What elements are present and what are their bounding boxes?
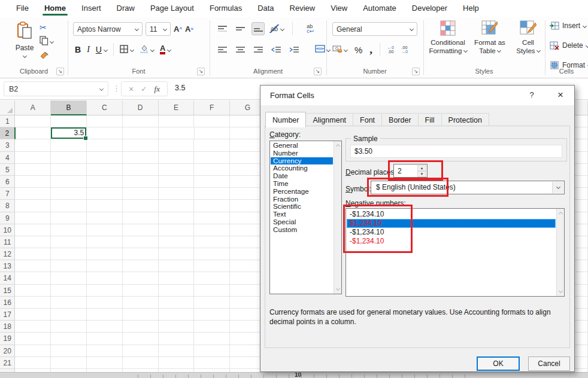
cell-D16[interactable]	[123, 297, 159, 309]
cell-C18[interactable]	[87, 321, 123, 333]
cell-A17[interactable]	[15, 309, 51, 321]
row-header-20[interactable]: 20	[0, 345, 15, 357]
cell-A1[interactable]	[15, 115, 51, 127]
row-header-3[interactable]: 3	[0, 139, 15, 151]
symbol-combo[interactable]: $ English (United States)	[371, 181, 565, 194]
row-header-19[interactable]: 19	[0, 333, 15, 345]
accounting-format-button[interactable]	[332, 45, 347, 55]
cell-C14[interactable]	[87, 272, 123, 284]
cancel-button[interactable]: Cancel	[528, 356, 570, 371]
ok-button[interactable]: OK	[477, 356, 520, 371]
bottom-align-button[interactable]	[251, 22, 265, 35]
number-format-combo[interactable]: General	[332, 22, 417, 36]
font-size-combo[interactable]: 11	[146, 22, 171, 36]
top-align-button[interactable]	[216, 22, 229, 35]
name-box-chevron[interactable]	[99, 87, 104, 91]
cell-C8[interactable]	[87, 200, 123, 212]
cell-D20[interactable]	[123, 345, 159, 357]
cell-B3[interactable]	[51, 139, 87, 151]
menu-tab-file[interactable]: File	[8, 0, 37, 17]
cell-A4[interactable]	[15, 152, 51, 164]
cell-D7[interactable]	[123, 188, 159, 200]
category-list[interactable]: General Number Currency Accounting Date …	[269, 141, 342, 294]
row-header-6[interactable]: 6	[0, 176, 15, 188]
cell-D8[interactable]	[123, 200, 159, 212]
name-box[interactable]: B2	[4, 81, 108, 96]
negative-option-4[interactable]: -$1,234.10	[347, 237, 556, 246]
fill-color-chevron[interactable]	[150, 47, 154, 51]
cell-A7[interactable]	[15, 188, 51, 200]
cell-B8[interactable]	[51, 200, 87, 212]
cell-A6[interactable]	[15, 176, 51, 188]
negative-option-2-selected[interactable]: $1,234.10	[347, 219, 556, 228]
spin-down-icon[interactable]: ▼	[417, 171, 426, 177]
formula-bar-grip[interactable]: ⋮	[113, 84, 120, 93]
category-percentage[interactable]: Percentage	[271, 188, 333, 196]
increase-font-button[interactable]: A^	[174, 25, 182, 33]
row-header-17[interactable]: 17	[0, 309, 15, 321]
row-header-16[interactable]: 16	[0, 297, 15, 309]
cell-C12[interactable]	[87, 248, 123, 260]
category-time[interactable]: Time	[271, 180, 333, 188]
cell-F8[interactable]	[194, 200, 230, 212]
fill-color-button[interactable]	[140, 44, 154, 55]
insert-cells-button[interactable]: Insert	[550, 22, 586, 30]
row-header-8[interactable]: 8	[0, 200, 15, 212]
cell-E13[interactable]	[159, 260, 195, 272]
cell-A2[interactable]	[16, 127, 51, 139]
cell-D6[interactable]	[123, 176, 159, 188]
cell-E19[interactable]	[159, 333, 195, 345]
cell-B18[interactable]	[51, 321, 87, 333]
orientation-button[interactable]: ab	[269, 25, 284, 33]
cell-B19[interactable]	[51, 333, 87, 345]
cell-F1[interactable]	[194, 115, 230, 127]
italic-button[interactable]: I	[87, 45, 90, 54]
cell-D5[interactable]	[123, 164, 159, 176]
cell-E16[interactable]	[159, 297, 195, 309]
cell-E17[interactable]	[159, 309, 195, 321]
cell-F12[interactable]	[194, 248, 230, 260]
negative-option-3[interactable]: -$1,234.10	[347, 228, 556, 237]
symbol-dropdown-icon[interactable]	[552, 182, 563, 193]
clipboard-dialog-launcher[interactable]: ↘	[56, 68, 64, 75]
format-as-table-button[interactable]: Format asTable	[470, 20, 510, 55]
menu-tab-draw[interactable]: Draw	[109, 0, 143, 17]
borders-chevron[interactable]	[130, 47, 134, 51]
format-as-table-chevron[interactable]	[497, 48, 501, 53]
category-number[interactable]: Number	[271, 150, 333, 157]
cell-E14[interactable]	[159, 272, 195, 284]
row-header-18[interactable]: 18	[0, 321, 15, 333]
decrease-font-button[interactable]: A˅	[185, 25, 193, 33]
cancel-entry-icon[interactable]: ×	[129, 84, 134, 94]
cell-D21[interactable]	[123, 357, 159, 369]
cell-C3[interactable]	[87, 139, 123, 151]
cell-B5[interactable]	[51, 164, 87, 176]
cell-A20[interactable]	[15, 345, 51, 357]
cell-D9[interactable]	[123, 212, 159, 224]
cell-A16[interactable]	[15, 297, 51, 309]
decimal-places-spinner[interactable]: 2 ▲ ▼	[393, 164, 428, 178]
negative-option-1[interactable]: -$1,234.10	[347, 210, 556, 219]
column-header-D[interactable]: D	[123, 100, 159, 115]
row-header-4[interactable]: 4	[0, 152, 15, 164]
row-header-2[interactable]: 2	[0, 127, 16, 139]
cell-F11[interactable]	[194, 236, 230, 248]
comma-style-button[interactable]: ,	[369, 43, 372, 56]
cell-A9[interactable]	[15, 212, 51, 224]
font-color-chevron[interactable]	[167, 47, 171, 51]
cell-C13[interactable]	[87, 260, 123, 272]
cell-E9[interactable]	[159, 212, 195, 224]
cell-F19[interactable]	[194, 333, 230, 345]
cell-B13[interactable]	[51, 260, 87, 272]
cell-E5[interactable]	[159, 164, 195, 176]
menu-tab-formulas[interactable]: Formulas	[202, 0, 250, 17]
cell-F16[interactable]	[194, 297, 230, 309]
cell-D14[interactable]	[123, 272, 159, 284]
cell-B12[interactable]	[51, 248, 87, 260]
align-left-button[interactable]	[216, 43, 229, 56]
decrease-indent-button[interactable]	[269, 43, 283, 56]
row-header-5[interactable]: 5	[0, 164, 15, 176]
row-header-21[interactable]: 21	[0, 357, 15, 369]
cell-F17[interactable]	[194, 309, 230, 321]
scroll-down-icon[interactable]	[557, 288, 564, 296]
